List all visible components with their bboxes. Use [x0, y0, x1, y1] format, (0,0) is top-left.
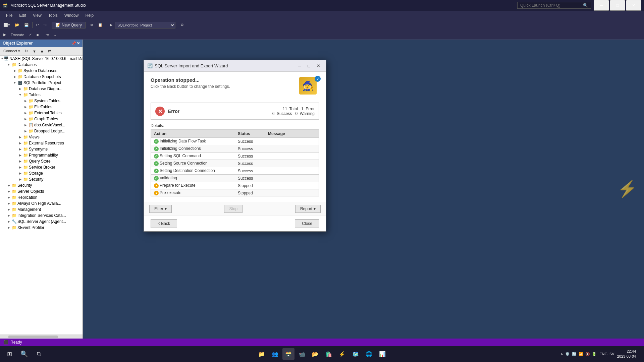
- oe-pin-icon[interactable]: 📌: [71, 41, 76, 46]
- tree-system-tables[interactable]: ▶ 📁 System Tables: [0, 98, 83, 104]
- details-table-container[interactable]: Action Status Message ✓Initializing Data…: [151, 129, 319, 196]
- tb-execute-btn[interactable]: ▶: [1, 32, 8, 38]
- oe-refresh-btn[interactable]: ↻: [23, 48, 30, 54]
- menu-view[interactable]: View: [30, 12, 45, 19]
- taskbar-ssms[interactable]: 🗃️: [282, 348, 294, 360]
- tree-sql-agent[interactable]: ▶ 🔧 SQL Server Agent (Agent...: [0, 219, 83, 225]
- close-app-button[interactable]: ✕: [626, 0, 641, 11]
- taskbar-azure[interactable]: ⚡: [336, 348, 348, 360]
- taskbar-folder2[interactable]: 📂: [309, 348, 321, 360]
- details-label: Details:: [151, 123, 319, 128]
- dialog-minimize-button[interactable]: ─: [295, 62, 304, 69]
- tb-stop-btn[interactable]: ■: [35, 32, 41, 38]
- oe-stop-btn[interactable]: ■: [39, 48, 45, 54]
- tb-format-btn[interactable]: ⇥: [44, 32, 51, 38]
- tree-integration-services[interactable]: ▶ 📁 Integration Services Cata...: [0, 213, 83, 219]
- tb-copy-btn[interactable]: ⧉: [89, 22, 95, 28]
- menu-file[interactable]: File: [3, 12, 16, 19]
- expand-views-icon: ▶: [17, 134, 23, 140]
- oe-sync-btn[interactable]: ⇄: [46, 48, 53, 54]
- connect-button[interactable]: Connect ▾: [1, 48, 22, 54]
- tb-new-btn[interactable]: ⬜▾: [1, 22, 12, 28]
- dialog-close-button[interactable]: ✕: [314, 62, 323, 69]
- tree-server[interactable]: ▼ 🖥️ NASH (SQL Server 16.0.1000.6 - nash…: [0, 56, 83, 62]
- tree-db-snapshots[interactable]: ▶ 📁 Database Snapshots: [0, 74, 83, 80]
- tree-databases[interactable]: ▼ 📁 Databases: [0, 62, 83, 68]
- tree-external-tables[interactable]: ▶ 📁 External Tables: [0, 110, 83, 116]
- oe-close-icon[interactable]: ✕: [77, 41, 80, 46]
- taskbar-meet[interactable]: 📹: [296, 348, 308, 360]
- tree-query-store[interactable]: ▶ 📁 Query Store: [0, 158, 83, 164]
- tree-management[interactable]: ▶ 📁 Management: [0, 206, 83, 213]
- minimize-button[interactable]: ─: [594, 0, 609, 11]
- taskbar-file-explorer[interactable]: 📁: [256, 348, 268, 360]
- taskbar-maps[interactable]: 🗺️: [350, 348, 362, 360]
- tb-paste-btn[interactable]: 📋: [96, 22, 105, 28]
- dialog-maximize-button[interactable]: □: [305, 62, 313, 69]
- row-status-icon: ●: [154, 191, 159, 195]
- report-button[interactable]: Report ▾: [295, 205, 321, 213]
- taskbar-app2[interactable]: 📊: [376, 348, 388, 360]
- quick-launch-input[interactable]: [520, 3, 583, 8]
- dbsec-folder-icon: 📁: [23, 177, 28, 182]
- action-cell: ✓Initializing Data Flow Task: [151, 138, 235, 145]
- tb-comment-btn[interactable]: --: [51, 32, 58, 38]
- tb-settings-btn[interactable]: ⚙: [178, 22, 186, 28]
- back-button[interactable]: < Back: [151, 219, 177, 228]
- tb-open-btn[interactable]: 📂: [13, 22, 21, 28]
- tree-filetables[interactable]: ▶ 📁 FileTables: [0, 104, 83, 110]
- dialog-nav: < Back Close: [144, 216, 326, 231]
- tb-redo-btn[interactable]: ↪: [42, 22, 49, 28]
- tree-db-diagrams[interactable]: ▶ 📁 Database Diagra...: [0, 86, 83, 92]
- tree-always-on[interactable]: ▶ 📁 Always On High Availa...: [0, 200, 83, 206]
- tree-views[interactable]: ▶ 📁 Views: [0, 134, 83, 140]
- tree-xevent[interactable]: ▶ 📁 XEvent Profiler: [0, 225, 83, 231]
- menu-tools[interactable]: Tools: [45, 12, 61, 19]
- new-query-button[interactable]: 📝 New Query: [52, 22, 86, 28]
- tree-server-objects[interactable]: ▶ 📁 Server Objects: [0, 188, 83, 194]
- tb-debug-btn[interactable]: ▶: [108, 22, 114, 28]
- tree-synonyms[interactable]: ▶ 📁 Synonyms: [0, 146, 83, 152]
- start-button[interactable]: ⊞: [3, 347, 16, 361]
- tb-save-btn[interactable]: 💾: [22, 22, 31, 28]
- tree-external-resources[interactable]: ▶ 📁 External Resources: [0, 140, 83, 146]
- tree-system-databases[interactable]: ▶ 📁 System Databases: [0, 68, 83, 74]
- menu-help[interactable]: Help: [82, 12, 97, 19]
- chevron-up-icon[interactable]: ∧: [560, 352, 563, 356]
- oe-tree[interactable]: ▼ 🖥️ NASH (SQL Server 16.0.1000.6 - nash…: [0, 56, 83, 335]
- col-message-header: Message: [265, 130, 319, 138]
- menu-edit[interactable]: Edit: [16, 12, 30, 19]
- tree-programmability[interactable]: ▶ 📁 Programmability: [0, 152, 83, 158]
- taskbar-store[interactable]: 🛍️: [323, 348, 335, 360]
- oe-filter-btn[interactable]: ▼: [31, 48, 38, 54]
- oe-scrollbar[interactable]: [0, 335, 83, 339]
- filter-button[interactable]: Filter ▾: [149, 205, 172, 213]
- close-button[interactable]: Close: [295, 219, 319, 228]
- tree-db-security[interactable]: ▶ 📁 Security: [0, 176, 83, 182]
- tree-security[interactable]: ▶ 📁 Security: [0, 182, 83, 188]
- storage-folder-icon: 📁: [23, 171, 28, 176]
- show-desktop-button[interactable]: [639, 347, 641, 361]
- tree-storage[interactable]: ▶ 📁 Storage: [0, 170, 83, 176]
- taskbar-teams[interactable]: 👥: [269, 348, 281, 360]
- database-selector[interactable]: SQLPortfolio_Project: [115, 22, 175, 28]
- tree-graph-tables[interactable]: ▶ 📁 Graph Tables: [0, 116, 83, 122]
- tree-sqlportfolio[interactable]: ▼ 🗄️ SQLPortfolio_Project: [0, 80, 83, 86]
- tree-dropped-ledger[interactable]: ▶ 📁 Dropped Ledge...: [0, 128, 83, 134]
- execute-text-btn[interactable]: Execute: [9, 32, 26, 38]
- tb-check-btn[interactable]: ✓: [27, 32, 34, 38]
- dialog-title-label: SQL Server Import and Export Wizard: [155, 63, 228, 68]
- tree-tables[interactable]: ▼ 📁 Tables: [0, 92, 83, 98]
- taskbar-chrome[interactable]: 🌐: [363, 348, 375, 360]
- maximize-button[interactable]: □: [610, 0, 625, 11]
- tree-replication[interactable]: ▶ 📁 Replication: [0, 194, 83, 200]
- tree-service-broker[interactable]: ▶ 📁 Service Broker: [0, 164, 83, 170]
- tb-undo-btn[interactable]: ↩: [34, 22, 41, 28]
- task-view-button[interactable]: ⧉: [32, 347, 46, 361]
- menu-window[interactable]: Window: [61, 12, 82, 19]
- expand-filetables-icon: ▶: [23, 104, 28, 110]
- search-taskbar-button[interactable]: 🔍: [17, 347, 31, 361]
- clock[interactable]: 22:44 2023-03-04: [617, 349, 636, 359]
- tree-covidvacci[interactable]: ▶ 📋 dbo.CovidVacci...: [0, 122, 83, 128]
- stop-button[interactable]: Stop: [224, 205, 243, 213]
